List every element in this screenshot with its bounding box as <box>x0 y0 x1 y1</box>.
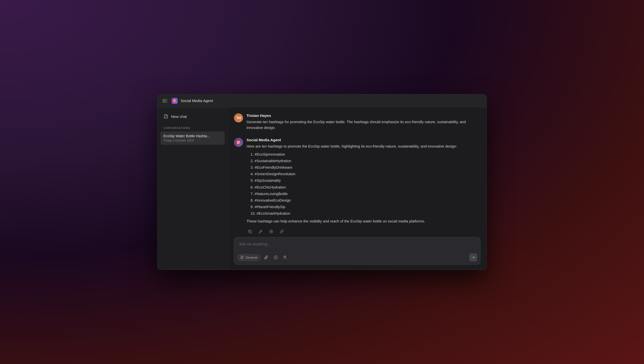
tool-button[interactable] <box>281 254 289 261</box>
new-chat-label: New chat <box>171 114 187 119</box>
svg-point-13 <box>275 256 276 257</box>
hashtag-6: 6. #EcoChicHydration <box>251 185 480 190</box>
hashtag-5: 5. #SipSustainably <box>251 178 480 184</box>
conversations-section-label: CONVERSATIONS <box>160 126 225 129</box>
hashtag-2: 2. #SustainableHydration <box>251 158 480 164</box>
hashtag-1: 1. #EcoSipInnovation <box>251 152 480 157</box>
hashtag-list: 1. #EcoSipInnovation 2. #SustainableHydr… <box>251 152 480 217</box>
send-button[interactable] <box>469 253 477 261</box>
general-mode-button[interactable]: General <box>237 254 260 261</box>
svg-rect-4 <box>249 231 252 233</box>
message-actions <box>247 228 480 234</box>
hashtag-9: 9. #PlanetFriendlySip <box>251 204 480 210</box>
agent-message: 🎯 Social Media Agent Here are ten hashta… <box>234 138 480 234</box>
user-avatar: TH <box>234 113 243 122</box>
attach-button[interactable] <box>262 254 270 261</box>
copy-button[interactable] <box>247 228 254 234</box>
svg-rect-2 <box>165 101 167 101</box>
agent-intro-text: Here are ten hashtags to promote the Eco… <box>247 144 480 149</box>
agent-footer-text: These hashtags can help enhance the visi… <box>247 218 480 224</box>
app-title: Social Media Agent <box>181 99 213 103</box>
user-name: Tristan Hayes <box>247 113 480 118</box>
chat-input[interactable] <box>234 237 480 250</box>
svg-rect-0 <box>163 99 165 103</box>
hashtag-3: 3. #EcoFriendlyDrinkware <box>251 165 480 170</box>
general-label: General <box>246 256 257 259</box>
messages-container: TH Tristan Hayes Generate ten hashtags f… <box>228 107 487 234</box>
hashtag-10: 10. #EcoSmartHydration <box>251 211 480 216</box>
app-icon: 🎯 <box>172 98 178 104</box>
chat-area: TH Tristan Hayes Generate ten hashtags f… <box>228 107 487 270</box>
sidebar: New chat CONVERSATIONS EcoSip Water Bott… <box>157 107 228 270</box>
edit-button[interactable] <box>257 228 264 234</box>
svg-rect-1 <box>165 99 167 100</box>
conversation-item[interactable]: EcoSip Water Bottle Hashta... Friday 4 O… <box>160 131 225 145</box>
conversation-date: Friday 4 October 2024 <box>164 139 222 142</box>
info-button[interactable] <box>272 254 279 261</box>
hashtag-7: 7. #NatureLovingBottle <box>251 191 480 197</box>
agent-name: Social Media Agent <box>247 138 480 142</box>
input-toolbar: General <box>234 251 480 264</box>
input-area: General <box>228 234 487 270</box>
agent-avatar: 🎯 <box>234 138 243 147</box>
add-button[interactable] <box>268 228 275 234</box>
user-message-content: Tristan Hayes Generate ten hashtags for … <box>247 113 480 131</box>
sidebar-toggle-button[interactable] <box>162 97 169 104</box>
hashtag-8: 8. #InnovativeEcoDesign <box>251 198 480 203</box>
title-bar: 🎯 Social Media Agent <box>157 94 487 107</box>
svg-rect-3 <box>165 102 167 102</box>
agent-message-content: Social Media Agent Here are ten hashtags… <box>247 138 480 234</box>
new-chat-button[interactable]: New chat <box>160 111 225 121</box>
hashtag-4: 4. #GreenDesignRevolution <box>251 171 480 177</box>
user-message-text: Generate ten hashtags for promoting the … <box>247 119 480 131</box>
conversation-title: EcoSip Water Bottle Hashta... <box>164 134 222 138</box>
app-window: 🎯 Social Media Agent New chat CONVERSATI… <box>157 94 487 270</box>
user-message: TH Tristan Hayes Generate ten hashtags f… <box>234 113 480 131</box>
link-button[interactable] <box>278 228 285 234</box>
input-box: General <box>234 237 480 265</box>
main-layout: New chat CONVERSATIONS EcoSip Water Bott… <box>157 107 487 270</box>
